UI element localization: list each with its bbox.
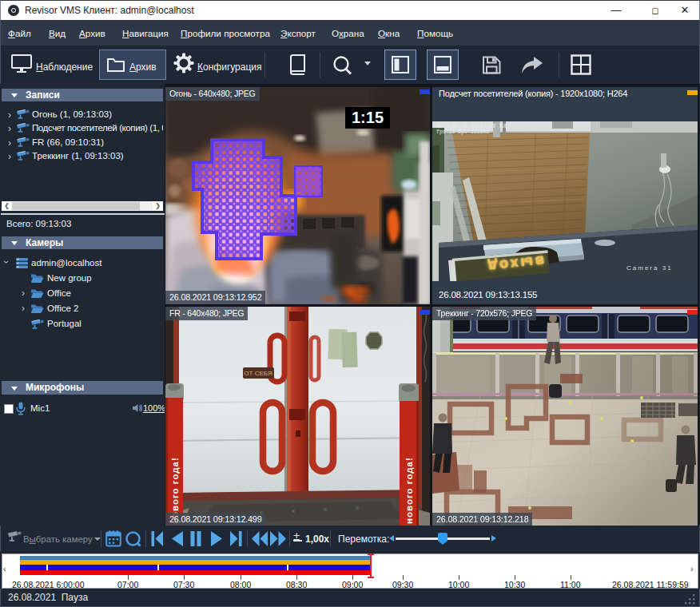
svg-text:нового года!: нового года!	[404, 457, 414, 524]
svg-text:ОТ СЕБЯ: ОТ СЕБЯ	[244, 370, 272, 377]
